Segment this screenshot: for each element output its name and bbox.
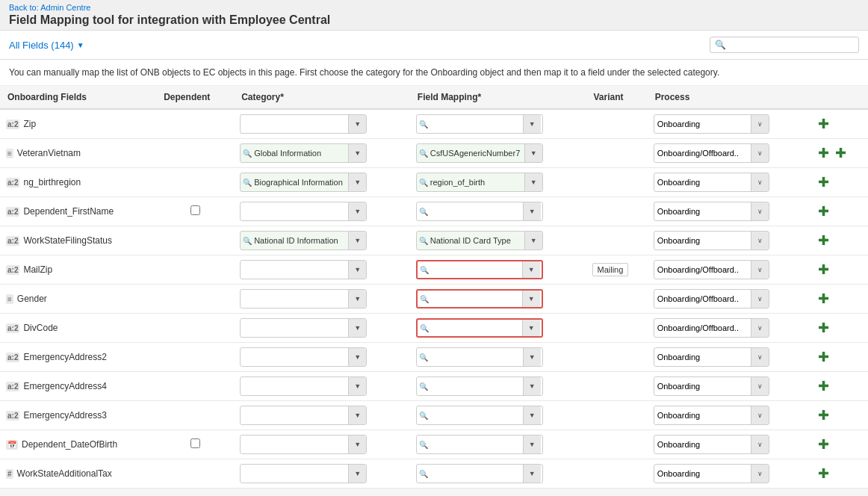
add-mapping-button[interactable]: ✚ bbox=[815, 319, 832, 337]
back-link[interactable]: Back to: Admin Centre bbox=[9, 3, 859, 12]
process-dropdown-arrow[interactable]: ∨ bbox=[751, 173, 769, 191]
process-select[interactable]: OnboardingOnboarding/Offboard..Offboardi… bbox=[654, 147, 751, 159]
process-dropdown[interactable]: OnboardingOnboarding/Offboard..Offboardi… bbox=[654, 435, 769, 454]
field-mapping-dropdown[interactable]: 🔍▼ bbox=[416, 202, 543, 221]
field-mapping-dropdown-arrow[interactable]: ▼ bbox=[523, 348, 541, 366]
process-select[interactable]: OnboardingOnboarding/Offboard..Offboardi… bbox=[654, 205, 751, 217]
add-mapping-button[interactable]: ✚ bbox=[815, 115, 832, 133]
process-dropdown-arrow[interactable]: ∨ bbox=[751, 465, 769, 483]
process-dropdown-arrow[interactable]: ∨ bbox=[751, 144, 769, 162]
process-dropdown-arrow[interactable]: ∨ bbox=[751, 435, 769, 453]
category-dropdown-arrow[interactable]: ▼ bbox=[348, 348, 366, 366]
field-mapping-dropdown-arrow[interactable]: ▼ bbox=[523, 202, 541, 220]
category-dropdown[interactable]: ▼ bbox=[240, 114, 367, 134]
category-dropdown[interactable]: ▼ bbox=[240, 289, 367, 309]
field-mapping-search-input[interactable] bbox=[430, 380, 523, 392]
process-select[interactable]: OnboardingOnboarding/Offboard..Offboardi… bbox=[654, 235, 751, 247]
add-mapping-button-extra[interactable]: ✚ bbox=[815, 144, 832, 162]
field-mapping-dropdown[interactable]: 🔍▼ bbox=[416, 464, 543, 483]
category-dropdown-arrow[interactable]: ▼ bbox=[348, 173, 366, 191]
field-mapping-dropdown-arrow[interactable]: ▼ bbox=[522, 261, 540, 278]
field-mapping-dropdown-arrow[interactable]: ▼ bbox=[524, 232, 542, 249]
process-dropdown-arrow[interactable]: ∨ bbox=[751, 290, 769, 308]
category-search-input[interactable] bbox=[241, 264, 348, 276]
field-mapping-dropdown-arrow[interactable]: ▼ bbox=[523, 435, 541, 453]
field-mapping-dropdown[interactable]: 🔍National ID Card Type▼ bbox=[416, 231, 543, 250]
process-select[interactable]: OnboardingOnboarding/Offboard..Offboardi… bbox=[654, 351, 751, 363]
dependent-checkbox[interactable] bbox=[190, 438, 200, 448]
search-input[interactable] bbox=[729, 40, 854, 50]
field-mapping-dropdown[interactable]: 🔍▼ bbox=[416, 260, 543, 279]
process-select[interactable]: OnboardingOnboarding/Offboard..Offboardi… bbox=[654, 293, 751, 305]
category-search-input[interactable] bbox=[241, 438, 348, 450]
category-search-input[interactable] bbox=[241, 205, 348, 217]
add-mapping-button[interactable]: ✚ bbox=[815, 465, 832, 483]
process-dropdown[interactable]: OnboardingOnboarding/Offboard..Offboardi… bbox=[654, 231, 769, 250]
process-dropdown[interactable]: OnboardingOnboarding/Offboard..Offboardi… bbox=[654, 464, 769, 483]
category-dropdown-arrow[interactable]: ▼ bbox=[348, 377, 366, 395]
process-select[interactable]: OnboardingOnboarding/Offboard..Offboardi… bbox=[654, 468, 751, 480]
category-dropdown[interactable]: ▼ bbox=[240, 435, 367, 454]
category-dropdown-arrow[interactable]: ▼ bbox=[348, 435, 366, 453]
process-dropdown-arrow[interactable]: ∨ bbox=[751, 202, 769, 220]
process-dropdown-arrow[interactable]: ∨ bbox=[751, 115, 769, 133]
process-dropdown[interactable]: OnboardingOnboarding/Offboard..Offboardi… bbox=[654, 202, 769, 221]
process-dropdown[interactable]: OnboardingOnboarding/Offboard..Offboardi… bbox=[654, 406, 769, 425]
add-mapping-button[interactable]: ✚ bbox=[815, 173, 832, 191]
add-mapping-button[interactable]: ✚ bbox=[815, 232, 832, 249]
field-mapping-search-input[interactable] bbox=[430, 118, 523, 130]
category-search-input[interactable] bbox=[241, 409, 348, 421]
category-dropdown[interactable]: ▼ bbox=[240, 318, 367, 338]
field-mapping-dropdown-arrow[interactable]: ▼ bbox=[522, 291, 540, 307]
field-mapping-dropdown[interactable]: 🔍▼ bbox=[416, 435, 543, 454]
category-dropdown[interactable]: 🔍Biographical Information▼ bbox=[240, 173, 367, 192]
field-mapping-dropdown[interactable]: 🔍region_of_birth▼ bbox=[416, 173, 543, 192]
add-mapping-button[interactable]: ✚ bbox=[815, 202, 832, 220]
process-select[interactable]: OnboardingOnboarding/Offboard..Offboardi… bbox=[654, 176, 751, 188]
field-mapping-dropdown-arrow[interactable]: ▼ bbox=[524, 144, 542, 162]
category-dropdown-arrow[interactable]: ▼ bbox=[348, 465, 366, 483]
category-search-input[interactable] bbox=[241, 468, 348, 480]
process-select[interactable]: OnboardingOnboarding/Offboard..Offboardi… bbox=[654, 438, 751, 450]
dependent-checkbox[interactable] bbox=[190, 205, 200, 215]
add-mapping-button[interactable]: ✚ bbox=[815, 377, 832, 395]
field-mapping-search-input[interactable] bbox=[430, 438, 523, 450]
field-mapping-dropdown[interactable]: 🔍▼ bbox=[416, 376, 543, 396]
add-mapping-button[interactable]: ✚ bbox=[815, 406, 832, 424]
process-dropdown[interactable]: OnboardingOnboarding/Offboard..Offboardi… bbox=[654, 114, 769, 134]
category-search-input[interactable] bbox=[241, 118, 348, 130]
category-dropdown-arrow[interactable]: ▼ bbox=[348, 319, 366, 337]
process-dropdown[interactable]: OnboardingOnboarding/Offboard..Offboardi… bbox=[654, 347, 769, 367]
process-dropdown-arrow[interactable]: ∨ bbox=[751, 232, 769, 249]
field-mapping-dropdown[interactable]: 🔍▼ bbox=[416, 114, 543, 134]
category-dropdown[interactable]: ▼ bbox=[240, 406, 367, 425]
field-mapping-search-input[interactable] bbox=[430, 468, 523, 480]
category-dropdown-arrow[interactable]: ▼ bbox=[348, 232, 366, 249]
add-mapping-button[interactable]: ✚ bbox=[815, 261, 832, 279]
process-dropdown[interactable]: OnboardingOnboarding/Offboard..Offboardi… bbox=[654, 260, 769, 279]
category-dropdown[interactable]: 🔍National ID Information▼ bbox=[240, 231, 367, 250]
field-mapping-dropdown[interactable]: 🔍▼ bbox=[416, 318, 543, 338]
process-select[interactable]: OnboardingOnboarding/Offboard..Offboardi… bbox=[654, 380, 751, 392]
category-search-input[interactable] bbox=[241, 293, 348, 305]
field-mapping-dropdown-arrow[interactable]: ▼ bbox=[523, 406, 541, 424]
category-dropdown[interactable]: ▼ bbox=[240, 464, 367, 483]
category-dropdown-arrow[interactable]: ▼ bbox=[348, 261, 366, 279]
category-dropdown-arrow[interactable]: ▼ bbox=[348, 406, 366, 424]
field-mapping-search-input[interactable] bbox=[431, 264, 522, 276]
field-mapping-dropdown-arrow[interactable]: ▼ bbox=[523, 115, 541, 133]
category-dropdown[interactable]: ▼ bbox=[240, 376, 367, 396]
field-mapping-dropdown-arrow[interactable]: ▼ bbox=[523, 377, 541, 395]
field-mapping-dropdown[interactable]: 🔍▼ bbox=[416, 406, 543, 425]
add-mapping-button[interactable]: ✚ bbox=[815, 348, 832, 366]
field-mapping-dropdown[interactable]: 🔍CsfUSAgenericNumber7▼ bbox=[416, 143, 543, 163]
add-mapping-button[interactable]: ✚ bbox=[832, 144, 849, 162]
process-dropdown-arrow[interactable]: ∨ bbox=[751, 261, 769, 279]
field-mapping-dropdown[interactable]: 🔍▼ bbox=[416, 289, 543, 309]
process-select[interactable]: OnboardingOnboarding/Offboard..Offboardi… bbox=[654, 118, 751, 130]
process-dropdown[interactable]: OnboardingOnboarding/Offboard..Offboardi… bbox=[654, 143, 769, 163]
process-dropdown-arrow[interactable]: ∨ bbox=[751, 348, 769, 366]
process-dropdown-arrow[interactable]: ∨ bbox=[751, 377, 769, 395]
field-mapping-dropdown-arrow[interactable]: ▼ bbox=[522, 320, 540, 336]
add-mapping-button[interactable]: ✚ bbox=[815, 435, 832, 453]
